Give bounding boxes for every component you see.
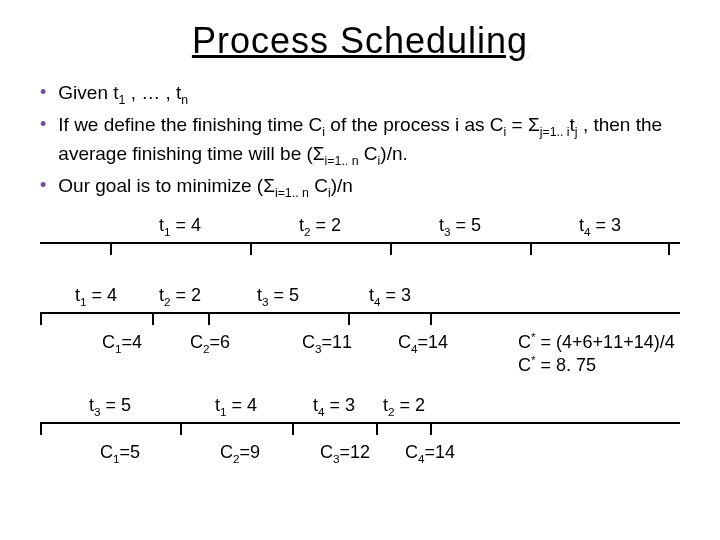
bullet-icon: • (40, 112, 46, 136)
bullet-1: • Given t1 , … , tn (40, 80, 680, 108)
timeline-2-seg-1: t1 = 4 (40, 286, 152, 307)
timeline-2: t1 = 4 t2 = 2 t3 = 5 t4 = 3 (40, 312, 680, 314)
timeline-2-c4: C4=14 (398, 332, 448, 355)
timeline-3-seg-1: t3 = 5 (40, 396, 180, 417)
timeline-1-seg-4: t4 = 3 (530, 216, 670, 237)
bullet-icon: • (40, 80, 46, 104)
average-note-line-2: C* = 8. 75 (518, 353, 675, 377)
timeline-1-seg-2: t2 = 2 (250, 216, 390, 237)
timeline-1-seg-1: t1 = 4 (110, 216, 250, 237)
timeline-3-c2: C2=9 (220, 442, 260, 465)
timeline-3-c4: C4=14 (405, 442, 455, 465)
page-title: Process Scheduling (0, 20, 720, 62)
timeline-3-seg-3: t4 = 3 (292, 396, 376, 417)
timeline-2-seg-3: t3 = 5 (208, 286, 348, 307)
timeline-3-c1: C1=5 (100, 442, 140, 465)
diagram-stage: t1 = 4 t2 = 2 t3 = 5 t4 = 3 t1 = 4 t2 = … (40, 212, 680, 532)
bullet-1-text: Given t1 , … , tn (58, 80, 680, 108)
timeline-2-c2: C2=6 (190, 332, 230, 355)
timeline-3: t3 = 5 t1 = 4 t4 = 3 t2 = 2 (40, 422, 680, 424)
timeline-3-seg-2: t1 = 4 (180, 396, 292, 417)
timeline-1-seg-3: t3 = 5 (390, 216, 530, 237)
timeline-3-c3: C3=12 (320, 442, 370, 465)
bullet-list: • Given t1 , … , tn • If we define the f… (40, 80, 680, 202)
bullet-2-text: If we define the finishing time Ci of th… (58, 112, 680, 169)
bullet-icon: • (40, 173, 46, 197)
average-note: C* = (4+6+11+14)/4 C* = 8. 75 (518, 330, 675, 377)
bullet-2: • If we define the finishing time Ci of … (40, 112, 680, 169)
average-note-line-1: C* = (4+6+11+14)/4 (518, 330, 675, 354)
timeline-1: t1 = 4 t2 = 2 t3 = 5 t4 = 3 (40, 242, 680, 244)
timeline-2-seg-4: t4 = 3 (348, 286, 432, 307)
bullet-3-text: Our goal is to minimize (Σi=1.. n Ci)/n (58, 173, 680, 201)
timeline-2-seg-2: t2 = 2 (152, 286, 208, 307)
timeline-3-seg-4: t2 = 2 (376, 396, 432, 417)
timeline-2-c1: C1=4 (102, 332, 142, 355)
bullet-3: • Our goal is to minimize (Σi=1.. n Ci)/… (40, 173, 680, 201)
timeline-2-c3: C3=11 (302, 332, 352, 355)
